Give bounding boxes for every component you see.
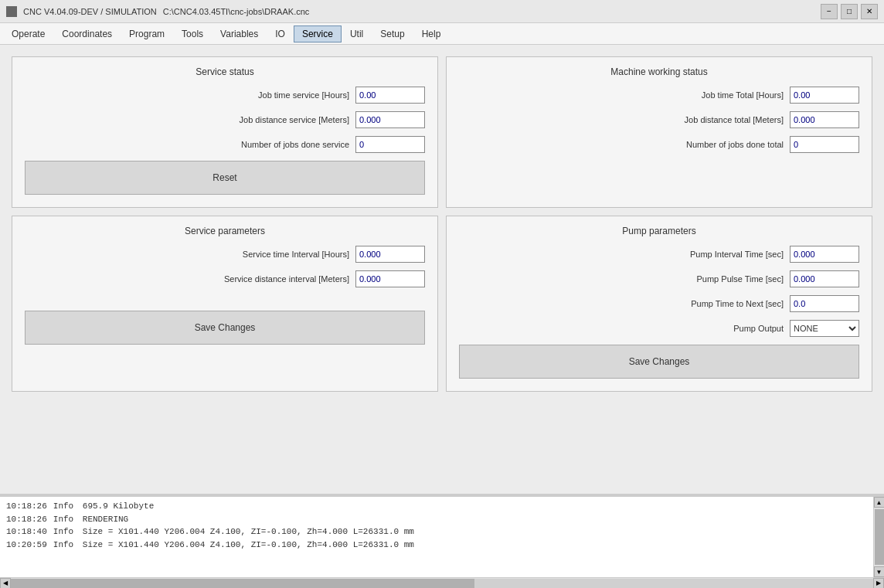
pump-time-to-next-row: Pump Time to Next [sec] [459,295,859,312]
pump-pulse-time-row: Pump Pulse Time [sec] [459,270,859,287]
pump-time-to-next-label: Pump Time to Next [sec] [691,299,784,308]
log-entry: 10:18:40InfoSize = X101.440 Y206.004 Z4.… [6,525,867,539]
scroll-thumb-h[interactable] [11,579,474,588]
service-parameters-panel: Service parameters Service time Interval… [12,216,438,392]
pump-interval-time-input[interactable] [790,246,859,263]
log-message: RENDERING [83,513,128,526]
jobs-done-total-label: Number of jobs done total [686,140,784,149]
log-area: 10:18:26Info695.9 Kilobyte10:18:26InfoRE… [0,495,884,588]
filepath: C:\CNC4.03.45TI\cnc-jobs\DRAAK.cnc [163,7,310,16]
service-save-button[interactable]: Save Changes [25,311,425,345]
maximize-button[interactable]: □ [841,4,858,19]
job-distance-total-input[interactable] [790,111,859,128]
scroll-thumb[interactable] [875,509,884,565]
jobs-done-service-input[interactable] [355,136,425,153]
reset-button[interactable]: Reset [25,161,425,195]
scroll-up-arrow[interactable]: ▲ [874,497,885,508]
menu-item-tools[interactable]: Tools [173,25,212,42]
job-time-service-input[interactable] [355,87,425,104]
job-distance-service-input[interactable] [355,111,425,128]
menu-item-coordinates[interactable]: Coordinates [53,25,121,42]
log-message: Size = X101.440 Y206.004 Z4.100, ZI=-0.1… [83,539,414,552]
scroll-right-arrow[interactable]: ▶ [873,578,884,589]
pump-interval-time-row: Pump Interval Time [sec] [459,246,859,263]
log-time: 10:18:26 [6,513,47,526]
log-time: 10:18:26 [6,500,47,513]
jobs-done-total-row: Number of jobs done total [459,136,859,153]
pump-pulse-time-label: Pump Pulse Time [sec] [697,274,784,284]
log-level: Info [53,525,76,539]
jobs-done-total-input[interactable] [790,136,859,153]
jobs-done-service-label: Number of jobs done service [241,140,349,149]
main-content: Service status Job time service [Hours] … [0,45,884,494]
menu-item-help[interactable]: Help [413,25,450,42]
close-button[interactable]: ✕ [861,4,878,19]
scroll-left-arrow[interactable]: ◀ [0,578,11,589]
title-bar: CNC V4.04.09-DEV / SIMULATION C:\CNC4.03… [0,0,884,23]
log-content[interactable]: 10:18:26Info695.9 Kilobyte10:18:26InfoRE… [0,497,873,577]
minimize-button[interactable]: − [821,4,838,19]
log-time: 10:20:59 [6,539,47,552]
job-time-total-input[interactable] [790,87,859,104]
menu-item-operate[interactable]: Operate [3,25,53,42]
log-row: 10:18:26Info695.9 Kilobyte10:18:26InfoRE… [0,497,884,577]
job-distance-total-label: Job distance total [Meters] [685,115,784,124]
window-controls: − □ ✕ [821,4,878,19]
service-status-panel: Service status Job time service [Hours] … [12,56,438,208]
log-level: Info [53,500,76,513]
job-distance-service-label: Job distance service [Meters] [240,115,349,124]
pump-output-label: Pump Output [733,324,784,333]
log-message: Size = X101.440 Y206.004 Z4.100, ZI=-0.1… [83,525,414,539]
pump-output-select[interactable]: NONE OUT1 OUT2 OUT3 [790,320,859,337]
job-time-total-label: Job time Total [Hours] [702,90,784,100]
service-distance-interval-input[interactable] [355,270,425,287]
menu-item-variables[interactable]: Variables [212,25,267,42]
bottom-scrollbar[interactable]: ◀ ▶ [0,577,884,588]
machine-working-status-panel: Machine working status Job time Total [H… [446,56,872,208]
pump-save-button[interactable]: Save Changes [459,345,859,379]
service-status-title: Service status [25,66,425,77]
service-time-interval-row: Service time Interval [Hours] [25,246,425,263]
pump-pulse-time-input[interactable] [790,270,859,287]
menu-item-util[interactable]: Util [342,25,372,42]
service-distance-interval-row: Service distance interval [Meters] [25,270,425,287]
scroll-track-h [11,579,873,588]
title-bar-left: CNC V4.04.09-DEV / SIMULATION C:\CNC4.03… [6,6,309,17]
job-time-service-label: Job time service [Hours] [258,90,349,100]
top-panel-row: Service status Job time service [Hours] … [12,56,872,208]
app-title: CNC V4.04.09-DEV / SIMULATION [23,7,157,16]
pump-parameters-panel: Pump parameters Pump Interval Time [sec]… [446,216,872,392]
log-entry: 10:18:26InfoRENDERING [6,513,867,526]
jobs-done-service-row: Number of jobs done service [25,136,425,153]
app-icon [6,6,17,17]
log-scrollbar[interactable]: ▲ ▼ [873,497,884,577]
pump-output-row: Pump Output NONE OUT1 OUT2 OUT3 [459,320,859,337]
pump-parameters-title: Pump parameters [459,226,859,236]
pump-interval-time-label: Pump Interval Time [sec] [690,250,784,259]
job-time-total-row: Job time Total [Hours] [459,87,859,104]
job-time-service-row: Job time service [Hours] [25,87,425,104]
menu-bar: OperateCoordinatesProgramToolsVariablesI… [0,23,884,45]
log-entry: 10:20:59InfoSize = X101.440 Y206.004 Z4.… [6,539,867,552]
log-time: 10:18:40 [6,525,47,539]
menu-item-program[interactable]: Program [121,25,173,42]
scroll-down-arrow[interactable]: ▼ [874,566,885,577]
service-parameters-title: Service parameters [25,226,425,236]
job-distance-service-row: Job distance service [Meters] [25,111,425,128]
service-time-interval-label: Service time Interval [Hours] [243,250,349,259]
menu-item-service[interactable]: Service [294,25,342,42]
job-distance-total-row: Job distance total [Meters] [459,111,859,128]
pump-time-to-next-input[interactable] [790,295,859,312]
bottom-panel-row: Service parameters Service time Interval… [12,216,872,392]
menu-item-setup[interactable]: Setup [372,25,413,42]
log-level: Info [53,513,76,526]
service-time-interval-input[interactable] [355,246,425,263]
log-level: Info [53,539,76,552]
machine-working-status-title: Machine working status [459,66,859,77]
log-message: 695.9 Kilobyte [83,500,154,513]
menu-item-io[interactable]: IO [267,25,294,42]
log-entry: 10:18:26Info695.9 Kilobyte [6,500,867,513]
service-distance-interval-label: Service distance interval [Meters] [224,274,349,284]
